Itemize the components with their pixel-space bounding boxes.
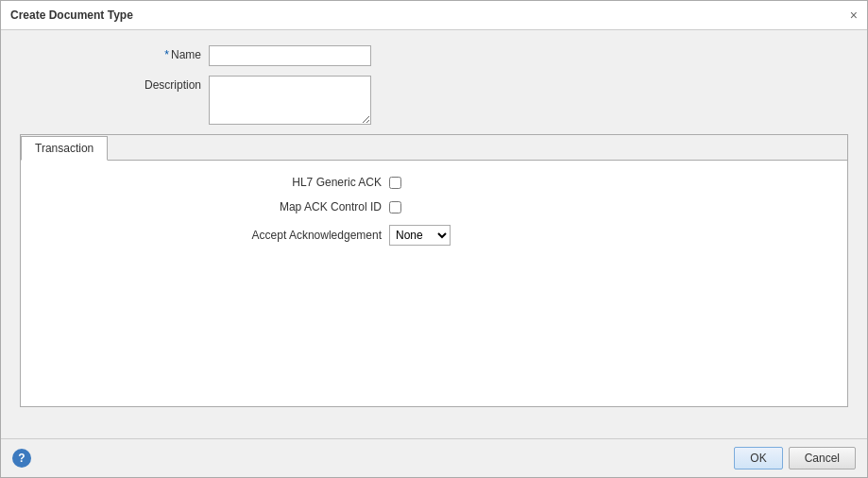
name-input[interactable] — [209, 45, 371, 66]
dialog-body: *Name Description Transaction HL7 Generi… — [1, 30, 867, 438]
tab-content-transaction: HL7 Generic ACK Map ACK Control ID Accep… — [21, 161, 847, 406]
hl7-generic-ack-row: HL7 Generic ACK — [40, 176, 828, 189]
ok-button[interactable]: OK — [734, 447, 782, 469]
help-icon[interactable]: ? — [12, 449, 31, 468]
name-label: *Name — [20, 45, 209, 61]
hl7-generic-ack-label: HL7 Generic ACK — [40, 176, 389, 189]
required-star: * — [164, 48, 169, 61]
tab-container: Transaction HL7 Generic ACK Map ACK Cont… — [20, 134, 848, 407]
cancel-button[interactable]: Cancel — [789, 447, 856, 469]
name-row: *Name — [20, 45, 848, 66]
create-document-type-dialog: Create Document Type × *Name Description… — [0, 0, 868, 478]
map-ack-control-id-row: Map ACK Control ID — [40, 200, 828, 213]
tab-bar: Transaction — [21, 135, 847, 161]
map-ack-control-id-label: Map ACK Control ID — [40, 200, 389, 213]
description-row: Description — [20, 76, 848, 125]
accept-acknowledgement-select[interactable]: None Always Never Error — [389, 225, 451, 246]
tab-transaction[interactable]: Transaction — [21, 136, 108, 161]
close-button[interactable]: × — [850, 9, 858, 22]
dialog-footer: ? OK Cancel — [1, 438, 867, 477]
accept-acknowledgement-label: Accept Acknowledgement — [40, 229, 389, 242]
dialog-titlebar: Create Document Type × — [1, 1, 867, 30]
accept-acknowledgement-row: Accept Acknowledgement None Always Never… — [40, 225, 828, 246]
dialog-title: Create Document Type — [10, 9, 133, 22]
map-ack-control-id-checkbox[interactable] — [389, 201, 401, 213]
description-label: Description — [20, 76, 209, 92]
hl7-generic-ack-checkbox[interactable] — [389, 177, 401, 189]
footer-buttons: OK Cancel — [734, 447, 856, 469]
description-input[interactable] — [209, 76, 371, 125]
footer-left: ? — [12, 449, 31, 468]
